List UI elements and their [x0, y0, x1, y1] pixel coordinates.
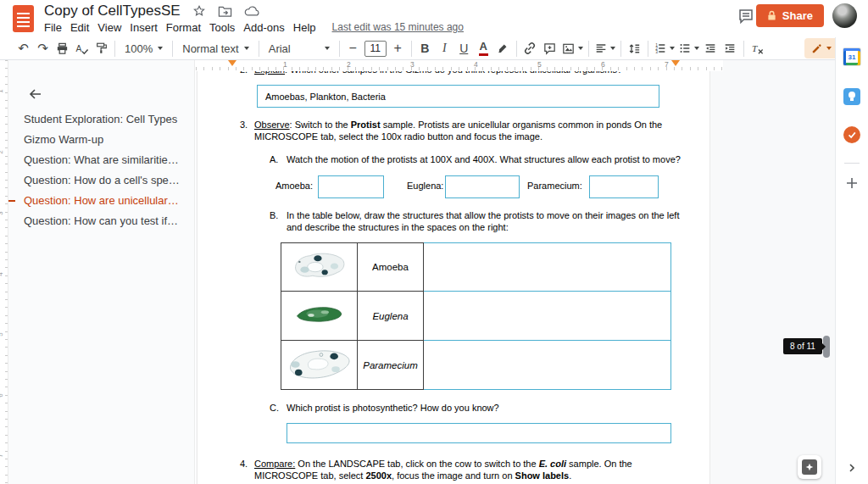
left-margin-marker[interactable]	[228, 60, 236, 66]
answer-box-q3c[interactable]	[287, 423, 671, 443]
question-3c-text: C. Which protist is photosynthetic? How …	[270, 402, 676, 414]
document-page[interactable]: 2. Explain: Which other samples in the G…	[197, 60, 710, 484]
question-3-text: 3. Observe: Switch to the Protist sample…	[240, 119, 668, 142]
row-label-euglena: Euglena	[358, 292, 424, 341]
paramecium-input[interactable]	[589, 175, 659, 198]
star-icon[interactable]	[192, 3, 207, 19]
share-button[interactable]: Share	[756, 4, 824, 27]
document-canvas: 2. Explain: Which other samples in the G…	[196, 60, 835, 484]
line-spacing-icon[interactable]	[625, 38, 644, 58]
row-label-amoeba: Amoeba	[358, 243, 424, 292]
chevron-down-icon	[694, 47, 699, 50]
menu-insert[interactable]: Insert	[125, 19, 162, 36]
document-title[interactable]: Copy of CellTypesSE	[44, 3, 181, 19]
horizontal-ruler: 1 2 3 4 5 6 7	[196, 60, 723, 71]
align-button[interactable]	[593, 38, 617, 58]
menu-edit[interactable]: Edit	[66, 19, 93, 36]
keep-icon[interactable]	[843, 88, 861, 106]
account-avatar[interactable]	[832, 3, 857, 28]
menu-file[interactable]: File	[40, 19, 66, 36]
question-3a-text: A. Watch the motion of the protists at 1…	[270, 153, 693, 165]
toolbar: ↶ ↷ A 100% Normal text Arial − 11 + B I …	[0, 37, 868, 60]
print-icon[interactable]	[53, 38, 72, 58]
question-3b-text: B. In the table below, draw the structur…	[270, 209, 681, 233]
calendar-icon[interactable]: 31	[843, 48, 861, 66]
add-comment-icon[interactable]	[540, 38, 559, 58]
chevron-down-icon	[244, 47, 249, 50]
font-size-input[interactable]: 11	[364, 41, 387, 57]
zoom-select[interactable]: 100%	[119, 38, 169, 58]
paint-format-icon[interactable]	[92, 38, 111, 58]
menu-addons[interactable]: Add-ons	[239, 19, 288, 36]
underline-button[interactable]: U	[454, 38, 474, 58]
insert-link-icon[interactable]	[520, 38, 540, 58]
outline-item-active[interactable]: Question: How are unicellular…	[8, 191, 194, 211]
comment-history-icon[interactable]	[737, 8, 756, 26]
tasks-icon[interactable]	[843, 126, 861, 144]
font-select[interactable]: Arial	[263, 38, 336, 58]
outline-item[interactable]: Student Exploration: Cell Types	[8, 109, 194, 130]
bold-button[interactable]: B	[415, 38, 435, 58]
insert-image-button[interactable]	[559, 38, 585, 58]
editing-mode-button[interactable]	[804, 38, 838, 58]
menu-format[interactable]: Format	[162, 19, 205, 36]
row-label-paramecium: Paramecium	[358, 341, 424, 390]
undo-button[interactable]: ↶	[14, 38, 33, 58]
last-edit-link[interactable]: Last edit was 15 minutes ago	[332, 21, 464, 33]
numbered-list-button[interactable]: 123	[652, 38, 676, 58]
question-4-text: 4. Compare: On the LANDSCAPE tab, click …	[240, 458, 640, 481]
text-color-button[interactable]: A	[479, 41, 488, 55]
bullet-list-button[interactable]	[676, 38, 701, 58]
protist-table: Amoeba Euglena	[281, 242, 671, 390]
paragraph-style-select[interactable]: Normal text	[176, 38, 254, 58]
chevron-down-icon	[670, 47, 675, 50]
redo-button[interactable]: ↷	[33, 38, 53, 58]
outline-item[interactable]: Question: What are similaritie…	[8, 150, 194, 170]
decrease-indent-icon[interactable]	[701, 38, 721, 58]
cloud-status-icon[interactable]	[244, 3, 259, 19]
highlight-color-icon[interactable]	[493, 38, 513, 58]
amoeba-label: Amoeba:	[275, 181, 313, 191]
explore-button[interactable]	[798, 455, 821, 479]
chevron-down-icon	[158, 47, 163, 50]
outline-item[interactable]: Gizmo Warm-up	[8, 130, 194, 150]
right-margin-marker[interactable]	[671, 60, 680, 66]
menu-view[interactable]: View	[93, 19, 125, 36]
answer-box-q2[interactable]: Amoebas, Plankton, Bacteria	[257, 85, 659, 108]
euglena-description-cell[interactable]	[424, 292, 671, 341]
page-indicator-badge: 8 of 11	[783, 338, 822, 354]
google-docs-window: Copy of CellTypesSE File Edit View Inser…	[0, 0, 868, 484]
chevron-down-icon	[578, 47, 583, 50]
menu-bar: File Edit View Insert Format Tools Add-o…	[40, 19, 464, 36]
table-row: Paramecium	[281, 341, 671, 390]
outline-item[interactable]: Question: How do a cell's spe…	[8, 170, 194, 191]
explore-star-icon	[802, 459, 817, 475]
lock-icon	[767, 10, 776, 21]
outline-item[interactable]: Question: How can you test if…	[8, 211, 194, 231]
vertical-ruler: 1 2 3 4 5 6 7	[0, 60, 8, 484]
share-label: Share	[782, 9, 813, 22]
hide-side-panel-icon[interactable]	[844, 460, 860, 476]
panel-divider	[844, 163, 860, 164]
document-outline-panel: Student Exploration: Cell Types Gizmo Wa…	[8, 60, 195, 484]
menu-help[interactable]: Help	[289, 19, 320, 36]
amoeba-description-cell[interactable]	[424, 243, 671, 292]
euglena-input[interactable]	[445, 175, 520, 198]
docs-logo-icon[interactable]	[13, 5, 34, 32]
paramecium-label: Paramecium:	[527, 181, 582, 191]
amoeba-input[interactable]	[318, 175, 384, 198]
chevron-down-icon	[610, 47, 615, 50]
move-folder-icon[interactable]	[218, 3, 233, 19]
svg-text:T: T	[752, 43, 758, 53]
add-addon-icon[interactable]	[843, 175, 860, 192]
italic-button[interactable]: I	[435, 38, 454, 58]
font-size-decrease-button[interactable]: −	[343, 38, 363, 58]
font-size-increase-button[interactable]: +	[388, 38, 408, 58]
pencil-icon	[811, 43, 822, 54]
menu-tools[interactable]: Tools	[205, 19, 239, 36]
paramecium-description-cell[interactable]	[424, 341, 671, 390]
spellcheck-icon[interactable]: A	[72, 38, 92, 58]
clear-formatting-icon[interactable]: T	[748, 38, 767, 58]
close-outline-icon[interactable]	[25, 84, 46, 104]
increase-indent-icon[interactable]	[721, 38, 740, 58]
